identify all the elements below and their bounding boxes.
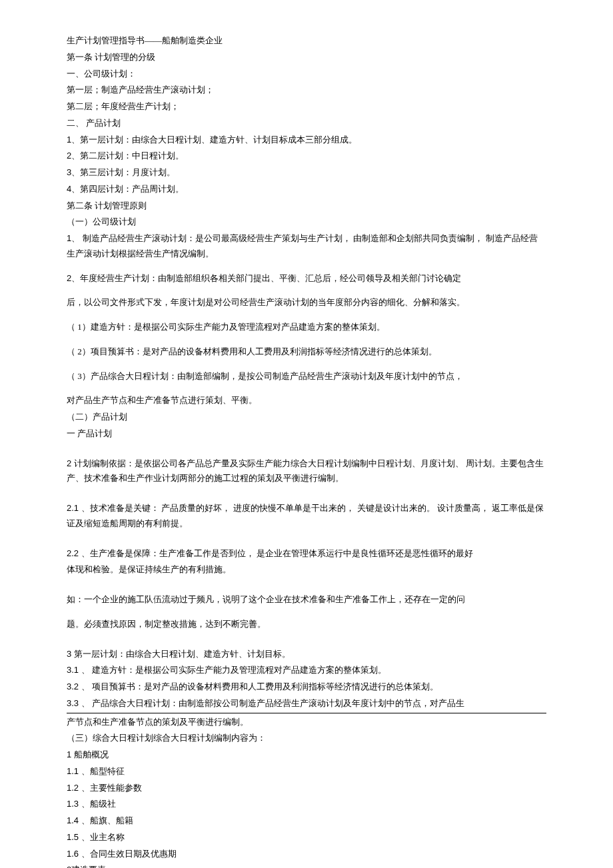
company-plan-layer-2: 第二层；年度经营生产计划；	[67, 99, 546, 115]
list-item-1-6: 1.6 、合同生效日期及优惠期	[67, 847, 546, 862]
product-plan-layer-2: 2、第二层计划：中日程计划。	[67, 149, 546, 164]
art2-para-4: （ 2）项目预算书：是对产品的设备材料费用和人工费用及利润指标等经济情况进行的总…	[67, 344, 546, 360]
section-company-plan: 一、公司级计划：	[67, 67, 546, 82]
doc-title: 生产计划管理指导书——船舶制造类企业	[67, 33, 546, 49]
art2-sub3-heading: 3 第一层计划：由综合大日程计划、建造方针、计划目标。	[67, 647, 546, 662]
art2-sub2-heading: 一 产品计划	[67, 426, 546, 442]
art2-sub2-para-3a: 2.2 、生产准备是保障：生产准备工作是否到位， 是企业在管理体系运行中是良性循…	[67, 546, 546, 562]
art2-para-2a: 2、年度经营生产计划：由制造部组织各相关部门提出、平衡、汇总后，经公司领导及相关…	[67, 271, 546, 286]
art2-para-5b: 对产品生产节点和生产准备节点进行策划、平衡。	[67, 393, 546, 408]
art2-subsection-1: （一）公司级计划	[67, 215, 546, 230]
art2-sub2-para-2: 2.1 、技术准备是关键： 产品质量的好坏， 进度的快慢不单单是干出来的， 关键…	[67, 501, 546, 532]
art2-sub3-item-3b: 产节点和生产准备节点的策划及平衡进行编制。	[67, 715, 546, 730]
list-item-1-1: 1.1 、船型特征	[67, 764, 546, 779]
art2-para-1: 1、 制造产品经营生产滚动计划：是公司最高级经营生产策划与生产计划， 由制造部和…	[67, 231, 546, 262]
art2-para-3: （ 1）建造方针：是根据公司实际生产能力及管理流程对产品建造方案的整体策划。	[67, 320, 546, 335]
product-plan-layer-1: 1、第一层计划：由综合大日程计划、建造方针、计划目标成本三部分组成。	[67, 133, 546, 148]
art2-sub2-para-3b: 体现和检验。是保证持续生产的有利措施。	[67, 562, 546, 578]
list-item-1-5: 1.5 、业主名称	[67, 830, 546, 845]
list-item-1-4: 1.4 、船旗、船籍	[67, 813, 546, 829]
product-plan-layer-3: 3、第三层计划：月度计划。	[67, 165, 546, 181]
art2-subsection-3: （三）综合大日程计划综合大日程计划编制内容为：	[67, 731, 546, 746]
product-plan-layer-4: 4、第四层计划：产品周计划。	[67, 182, 546, 197]
art2-sub3-item-3: 3.3 、 产品综合大日程计划：由制造部按公司制造产品经营生产滚动计划及年度计划…	[67, 696, 546, 713]
art2-sub3-item-1: 3.1 、 建造方针：是根据公司实际生产能力及管理流程对产品建造方案的整体策划。	[67, 663, 546, 678]
list-build-elements: 2建造要素	[67, 863, 546, 868]
list-item-1-3: 1.3 、船级社	[67, 797, 546, 812]
article-2-heading: 第二条 计划管理原则	[67, 199, 546, 214]
art2-sub2-para-4b: 题。必须查找原因，制定整改措施，达到不断完善。	[67, 617, 546, 632]
article-1-heading: 第一条 计划管理的分级	[67, 50, 546, 65]
art2-sub2-para-4a: 如：一个企业的施工队伍流动过于频凡，说明了这个企业在技术准备和生产准备工作上，还…	[67, 592, 546, 608]
section-product-plan: 二、 产品计划	[67, 116, 546, 131]
list-ship-overview: 1 船舶概况	[67, 747, 546, 763]
art2-sub2-para-1: 2 计划编制依据：是依据公司各产品总产量及实际生产能力综合大日程计划编制中日程计…	[67, 456, 546, 487]
art2-sub3-item-2: 3.2 、 项目预算书：是对产品的设备材料费用和人工费用及利润指标等经济情况进行…	[67, 679, 546, 695]
art2-para-5: （ 3）产品综合大日程计划：由制造部编制，是按公司制造产品经营生产滚动计划及年度…	[67, 369, 546, 384]
art2-subsection-2: （二）产品计划	[67, 410, 546, 425]
list-item-1-2: 1.2 、主要性能参数	[67, 781, 546, 796]
art2-para-2b: 后，以公司文件形式下发，年度计划是对公司经营生产滚动计划的当年度部分内容的细化、…	[67, 295, 546, 310]
company-plan-layer-1: 第一层；制造产品经营生产滚动计划；	[67, 83, 546, 98]
